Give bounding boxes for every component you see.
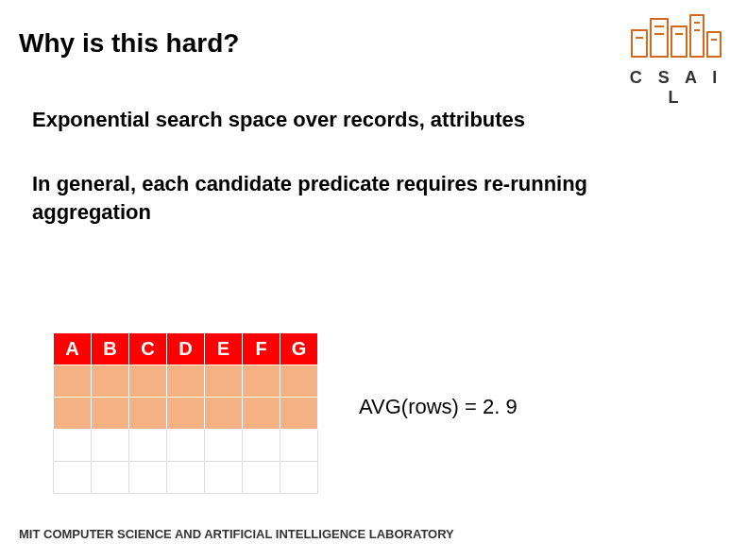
col-F: F xyxy=(243,333,280,365)
col-B: B xyxy=(92,333,129,365)
table-header-row: A B C D E F G xyxy=(54,333,318,365)
svg-rect-3 xyxy=(690,15,704,57)
col-A: A xyxy=(54,333,92,365)
table-row xyxy=(54,462,318,494)
logo-text: C S A I L xyxy=(624,68,728,108)
svg-rect-4 xyxy=(707,32,721,57)
table-row xyxy=(54,430,318,462)
col-C: C xyxy=(129,333,167,365)
svg-rect-2 xyxy=(671,26,687,57)
table-row xyxy=(54,365,318,398)
bullet-1: Exponential search space over records, a… xyxy=(32,108,709,132)
page-title: Why is this hard? xyxy=(19,28,239,59)
footer: MIT COMPUTER SCIENCE AND ARTIFICIAL INTE… xyxy=(19,527,454,541)
example-table: A B C D E F G xyxy=(53,332,318,494)
col-G: G xyxy=(280,333,318,365)
col-D: D xyxy=(167,333,205,365)
slide: Why is this hard? C S A I L Exponential … xyxy=(0,0,747,560)
avg-expression: AVG(rows) = 2. 9 xyxy=(359,395,518,419)
table-row xyxy=(54,398,318,430)
svg-rect-0 xyxy=(632,30,647,57)
bullet-2: In general, each candidate predicate req… xyxy=(32,170,709,226)
svg-rect-1 xyxy=(651,19,668,57)
buildings-icon xyxy=(624,9,728,60)
col-E: E xyxy=(205,333,243,365)
csail-logo: C S A I L xyxy=(624,9,728,108)
